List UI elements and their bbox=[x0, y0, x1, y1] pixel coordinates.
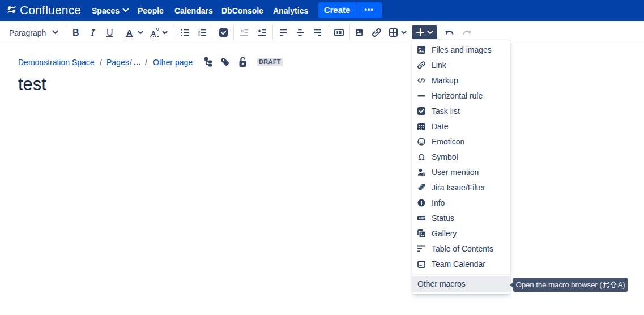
svg-text:3: 3 bbox=[198, 35, 200, 37]
svg-text:ABC: ABC bbox=[419, 216, 425, 220]
